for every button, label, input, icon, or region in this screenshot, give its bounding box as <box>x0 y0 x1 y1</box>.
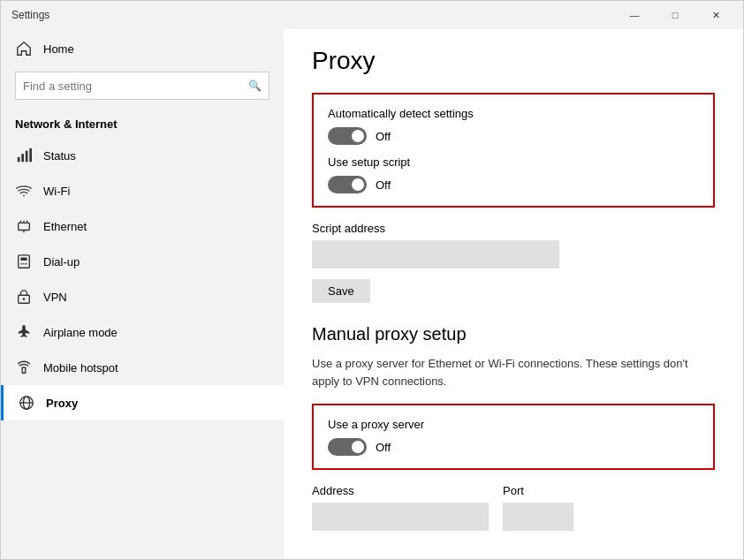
ethernet-icon <box>15 217 33 235</box>
manual-proxy-title: Manual proxy setup <box>312 324 715 344</box>
settings-window: Settings — □ ✕ Home 🔍 <box>0 0 744 560</box>
minimize-button[interactable]: — <box>614 1 655 29</box>
svg-rect-3 <box>29 148 32 162</box>
svg-rect-5 <box>19 223 30 230</box>
main-panel: Proxy Automatically detect settings Off … <box>284 29 743 559</box>
svg-point-4 <box>23 195 25 197</box>
use-proxy-toggle[interactable] <box>328 438 367 456</box>
sidebar-item-status[interactable]: Status <box>1 138 284 173</box>
sidebar-item-airplane[interactable]: Airplane mode <box>1 314 284 350</box>
auto-detect-label: Automatically detect settings <box>328 107 699 120</box>
hotspot-icon <box>15 359 33 376</box>
save-button[interactable]: Save <box>312 279 370 303</box>
port-label: Port <box>503 484 573 497</box>
sidebar-hotspot-label: Mobile hotspot <box>43 361 118 375</box>
sidebar-item-wifi[interactable]: Wi-Fi <box>1 173 284 208</box>
main-content: Home 🔍 Network & Internet <box>1 29 743 559</box>
auto-detect-toggle-row: Off <box>328 127 699 145</box>
svg-rect-2 <box>26 151 28 163</box>
sidebar-item-vpn[interactable]: VPN <box>1 279 284 314</box>
svg-rect-1 <box>21 154 24 162</box>
search-icon: 🔍 <box>248 79 262 92</box>
svg-rect-17 <box>22 367 26 373</box>
svg-point-16 <box>23 298 26 300</box>
search-input[interactable] <box>23 79 248 93</box>
titlebar-title: Settings <box>11 9 49 21</box>
sidebar-proxy-label: Proxy <box>46 397 78 410</box>
sidebar-item-hotspot[interactable]: Mobile hotspot <box>1 350 284 385</box>
close-button[interactable]: ✕ <box>695 1 736 29</box>
dialup-icon <box>15 253 33 270</box>
svg-point-13 <box>23 263 25 265</box>
sidebar-status-label: Status <box>43 149 76 163</box>
sidebar-section-title: Network & Internet <box>1 110 284 138</box>
auto-detect-section: Automatically detect settings Off Use se… <box>312 93 715 208</box>
address-input-placeholder <box>312 503 489 531</box>
svg-rect-0 <box>18 157 20 162</box>
use-proxy-toggle-row: Off <box>328 438 699 456</box>
sidebar-airplane-label: Airplane mode <box>43 326 118 339</box>
maximize-button[interactable]: □ <box>655 1 695 29</box>
svg-rect-11 <box>20 258 27 261</box>
address-col: Address <box>312 484 489 531</box>
manual-proxy-description: Use a proxy server for Ethernet or Wi-Fi… <box>312 355 715 390</box>
port-col: Port <box>503 484 573 531</box>
sidebar: Home 🔍 Network & Internet <box>1 29 284 559</box>
sidebar-item-ethernet[interactable]: Ethernet <box>1 208 284 244</box>
proxy-icon <box>18 394 35 412</box>
sidebar-ethernet-label: Ethernet <box>43 220 87 233</box>
wifi-icon <box>15 182 33 200</box>
setup-script-label: Use setup script <box>328 155 699 169</box>
sidebar-wifi-label: Wi-Fi <box>43 185 70 198</box>
titlebar-controls: — □ ✕ <box>614 1 736 29</box>
svg-point-14 <box>26 263 27 265</box>
airplane-icon <box>15 323 33 341</box>
setup-script-state: Off <box>376 178 391 192</box>
use-proxy-state: Off <box>376 441 391 454</box>
page-title: Proxy <box>312 47 715 75</box>
auto-detect-toggle[interactable] <box>328 127 367 145</box>
port-input-placeholder <box>503 503 573 531</box>
svg-rect-10 <box>19 255 30 268</box>
status-icon <box>15 147 33 164</box>
sidebar-home-label: Home <box>43 42 74 56</box>
home-icon <box>15 40 33 57</box>
search-box[interactable]: 🔍 <box>15 72 270 100</box>
sidebar-dialup-label: Dial-up <box>43 255 80 269</box>
svg-point-12 <box>20 263 22 265</box>
titlebar: Settings — □ ✕ <box>1 1 743 29</box>
sidebar-vpn-label: VPN <box>43 291 67 304</box>
vpn-icon <box>15 288 33 306</box>
setup-script-toggle-row: Off <box>328 176 699 193</box>
auto-detect-state: Off <box>376 130 391 143</box>
script-address-input[interactable] <box>312 240 559 269</box>
sidebar-item-home[interactable]: Home <box>1 29 284 68</box>
setup-script-toggle[interactable] <box>328 176 367 193</box>
sidebar-item-proxy[interactable]: Proxy <box>1 385 284 420</box>
use-proxy-label: Use a proxy server <box>328 418 699 431</box>
sidebar-item-dialup[interactable]: Dial-up <box>1 244 284 279</box>
address-port-row: Address Port <box>312 484 715 531</box>
use-proxy-section: Use a proxy server Off <box>312 404 715 470</box>
script-address-label: Script address <box>312 222 715 235</box>
address-label: Address <box>312 484 489 497</box>
